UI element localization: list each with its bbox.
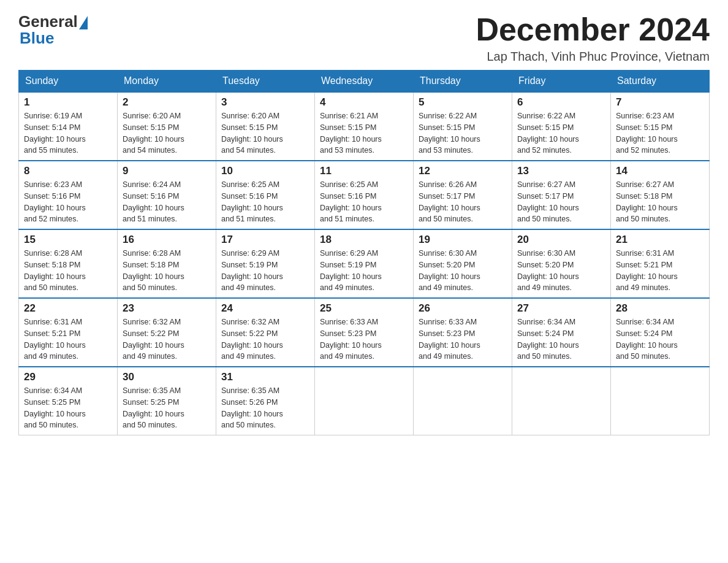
day-number: 25 (320, 302, 408, 315)
location: Lap Thach, Vinh Phuc Province, Vietnam (476, 50, 710, 64)
day-info: Sunrise: 6:27 AMSunset: 5:17 PMDaylight:… (517, 179, 605, 225)
table-row (315, 367, 414, 435)
calendar-week-5: 29Sunrise: 6:34 AMSunset: 5:25 PMDayligh… (19, 367, 710, 435)
table-row: 11Sunrise: 6:25 AMSunset: 5:16 PMDayligh… (315, 161, 414, 229)
day-number: 24 (221, 302, 309, 315)
table-row: 27Sunrise: 6:34 AMSunset: 5:24 PMDayligh… (512, 298, 611, 367)
day-info: Sunrise: 6:34 AMSunset: 5:25 PMDaylight:… (24, 385, 112, 431)
table-row: 30Sunrise: 6:35 AMSunset: 5:25 PMDayligh… (118, 367, 216, 435)
calendar-header-row: Sunday Monday Tuesday Wednesday Thursday… (19, 71, 710, 93)
day-number: 26 (419, 302, 507, 315)
day-info: Sunrise: 6:28 AMSunset: 5:18 PMDaylight:… (123, 248, 211, 294)
table-row: 1Sunrise: 6:19 AMSunset: 5:14 PMDaylight… (19, 92, 118, 161)
day-info: Sunrise: 6:30 AMSunset: 5:20 PMDaylight:… (517, 248, 605, 294)
day-number: 10 (221, 165, 309, 177)
day-number: 17 (221, 234, 309, 246)
day-info: Sunrise: 6:29 AMSunset: 5:19 PMDaylight:… (221, 248, 309, 294)
day-number: 5 (419, 96, 507, 109)
day-number: 21 (616, 234, 704, 246)
logo: General Blue (18, 12, 88, 48)
header-sunday: Sunday (19, 71, 118, 93)
table-row: 4Sunrise: 6:21 AMSunset: 5:15 PMDaylight… (315, 92, 414, 161)
table-row: 26Sunrise: 6:33 AMSunset: 5:23 PMDayligh… (414, 298, 512, 367)
day-number: 3 (221, 96, 309, 109)
day-number: 4 (320, 96, 408, 109)
table-row: 18Sunrise: 6:29 AMSunset: 5:19 PMDayligh… (315, 229, 414, 298)
day-number: 6 (517, 96, 605, 109)
table-row: 7Sunrise: 6:23 AMSunset: 5:15 PMDaylight… (611, 92, 710, 161)
table-row: 29Sunrise: 6:34 AMSunset: 5:25 PMDayligh… (19, 367, 118, 435)
day-info: Sunrise: 6:25 AMSunset: 5:16 PMDaylight:… (221, 179, 309, 225)
day-info: Sunrise: 6:29 AMSunset: 5:19 PMDaylight:… (320, 248, 408, 294)
header-friday: Friday (512, 71, 611, 93)
logo-blue-text: Blue (20, 29, 54, 48)
table-row: 14Sunrise: 6:27 AMSunset: 5:18 PMDayligh… (611, 161, 710, 229)
table-row: 5Sunrise: 6:22 AMSunset: 5:15 PMDaylight… (414, 92, 512, 161)
day-number: 11 (320, 165, 408, 177)
day-info: Sunrise: 6:32 AMSunset: 5:22 PMDaylight:… (221, 316, 309, 362)
table-row: 3Sunrise: 6:20 AMSunset: 5:15 PMDaylight… (216, 92, 315, 161)
table-row: 12Sunrise: 6:26 AMSunset: 5:17 PMDayligh… (414, 161, 512, 229)
table-row: 16Sunrise: 6:28 AMSunset: 5:18 PMDayligh… (118, 229, 216, 298)
day-info: Sunrise: 6:31 AMSunset: 5:21 PMDaylight:… (616, 248, 704, 294)
table-row: 17Sunrise: 6:29 AMSunset: 5:19 PMDayligh… (216, 229, 315, 298)
table-row: 22Sunrise: 6:31 AMSunset: 5:21 PMDayligh… (19, 298, 118, 367)
day-info: Sunrise: 6:32 AMSunset: 5:22 PMDaylight:… (123, 316, 211, 362)
day-number: 15 (24, 234, 112, 246)
day-number: 7 (616, 96, 704, 109)
day-info: Sunrise: 6:22 AMSunset: 5:15 PMDaylight:… (419, 110, 507, 156)
page-header: General Blue December 2024 Lap Thach, Vi… (18, 12, 710, 64)
day-number: 31 (221, 371, 309, 383)
day-number: 13 (517, 165, 605, 177)
day-number: 30 (123, 371, 211, 383)
table-row: 13Sunrise: 6:27 AMSunset: 5:17 PMDayligh… (512, 161, 611, 229)
logo-triangle-icon (79, 16, 88, 29)
day-info: Sunrise: 6:33 AMSunset: 5:23 PMDaylight:… (419, 316, 507, 362)
header-thursday: Thursday (414, 71, 512, 93)
day-info: Sunrise: 6:23 AMSunset: 5:15 PMDaylight:… (616, 110, 704, 156)
table-row: 24Sunrise: 6:32 AMSunset: 5:22 PMDayligh… (216, 298, 315, 367)
day-info: Sunrise: 6:34 AMSunset: 5:24 PMDaylight:… (517, 316, 605, 362)
table-row: 10Sunrise: 6:25 AMSunset: 5:16 PMDayligh… (216, 161, 315, 229)
day-number: 29 (24, 371, 112, 383)
day-info: Sunrise: 6:27 AMSunset: 5:18 PMDaylight:… (616, 179, 704, 225)
table-row: 21Sunrise: 6:31 AMSunset: 5:21 PMDayligh… (611, 229, 710, 298)
month-title: December 2024 (476, 12, 710, 47)
day-info: Sunrise: 6:35 AMSunset: 5:25 PMDaylight:… (123, 385, 211, 431)
day-info: Sunrise: 6:30 AMSunset: 5:20 PMDaylight:… (419, 248, 507, 294)
day-info: Sunrise: 6:26 AMSunset: 5:17 PMDaylight:… (419, 179, 507, 225)
day-number: 12 (419, 165, 507, 177)
table-row (512, 367, 611, 435)
day-info: Sunrise: 6:25 AMSunset: 5:16 PMDaylight:… (320, 179, 408, 225)
day-info: Sunrise: 6:23 AMSunset: 5:16 PMDaylight:… (24, 179, 112, 225)
calendar-table: Sunday Monday Tuesday Wednesday Thursday… (18, 70, 710, 435)
table-row (611, 367, 710, 435)
day-info: Sunrise: 6:21 AMSunset: 5:15 PMDaylight:… (320, 110, 408, 156)
table-row: 2Sunrise: 6:20 AMSunset: 5:15 PMDaylight… (118, 92, 216, 161)
day-info: Sunrise: 6:35 AMSunset: 5:26 PMDaylight:… (221, 385, 309, 431)
day-number: 20 (517, 234, 605, 246)
day-number: 23 (123, 302, 211, 315)
day-number: 27 (517, 302, 605, 315)
day-number: 16 (123, 234, 211, 246)
table-row: 9Sunrise: 6:24 AMSunset: 5:16 PMDaylight… (118, 161, 216, 229)
day-number: 2 (123, 96, 211, 109)
table-row: 31Sunrise: 6:35 AMSunset: 5:26 PMDayligh… (216, 367, 315, 435)
header-monday: Monday (118, 71, 216, 93)
day-info: Sunrise: 6:31 AMSunset: 5:21 PMDaylight:… (24, 316, 112, 362)
calendar-week-1: 1Sunrise: 6:19 AMSunset: 5:14 PMDaylight… (19, 92, 710, 161)
header-wednesday: Wednesday (315, 71, 414, 93)
day-number: 28 (616, 302, 704, 315)
day-info: Sunrise: 6:20 AMSunset: 5:15 PMDaylight:… (123, 110, 211, 156)
day-info: Sunrise: 6:33 AMSunset: 5:23 PMDaylight:… (320, 316, 408, 362)
day-info: Sunrise: 6:28 AMSunset: 5:18 PMDaylight:… (24, 248, 112, 294)
table-row: 23Sunrise: 6:32 AMSunset: 5:22 PMDayligh… (118, 298, 216, 367)
day-number: 1 (24, 96, 112, 109)
day-info: Sunrise: 6:19 AMSunset: 5:14 PMDaylight:… (24, 110, 112, 156)
table-row (414, 367, 512, 435)
calendar-week-4: 22Sunrise: 6:31 AMSunset: 5:21 PMDayligh… (19, 298, 710, 367)
day-info: Sunrise: 6:34 AMSunset: 5:24 PMDaylight:… (616, 316, 704, 362)
table-row: 15Sunrise: 6:28 AMSunset: 5:18 PMDayligh… (19, 229, 118, 298)
calendar-week-2: 8Sunrise: 6:23 AMSunset: 5:16 PMDaylight… (19, 161, 710, 229)
table-row: 8Sunrise: 6:23 AMSunset: 5:16 PMDaylight… (19, 161, 118, 229)
